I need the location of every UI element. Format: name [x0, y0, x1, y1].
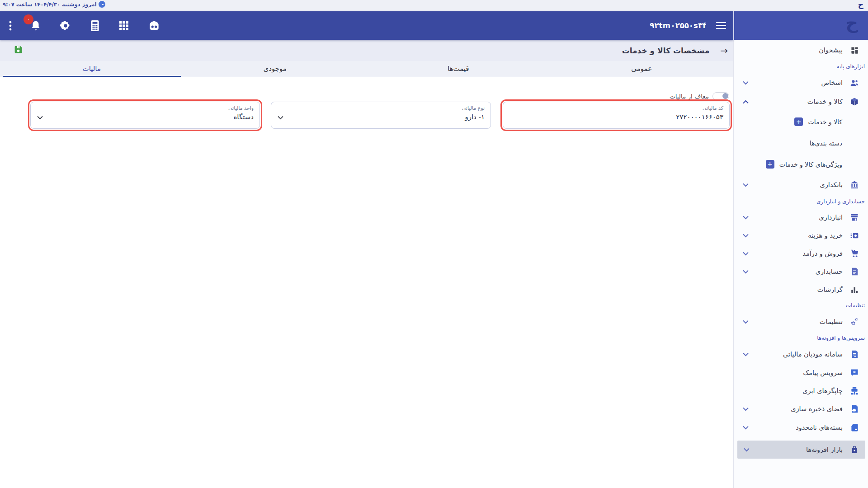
- notifications-bell-icon[interactable]: ۰: [30, 20, 42, 32]
- date-text: امروز دوشنبه ۱۴۰۴/۴/۳۰ ساعت ۹:۰۷: [3, 1, 97, 8]
- bar-chart-icon: [850, 285, 859, 294]
- sidebar-item-addons-market[interactable]: بازار افزونه‌ها: [737, 441, 865, 459]
- box-icon: [850, 97, 859, 106]
- sidebar-item-banking[interactable]: بانکداری: [734, 175, 868, 195]
- kebab-menu-icon[interactable]: [9, 20, 12, 31]
- sidebar-item-cloud-printers[interactable]: چاپگرهای ابری: [734, 382, 868, 400]
- brand-logo-small: ح: [858, 0, 863, 9]
- ledger-icon: [850, 267, 859, 276]
- sms-icon: [850, 368, 859, 377]
- tax-exempt-label: معاف از مالیات: [670, 93, 709, 100]
- main-content: معاف از مالیات کد مالیاتی ۲۷۲۰۰۰۰۱۶۶۰۵۳ …: [0, 77, 733, 488]
- tab-general[interactable]: عمومی: [550, 61, 734, 77]
- sidebar-item-unlimited-packages[interactable]: بسته‌های نامحدود: [734, 418, 868, 437]
- tab-taxes[interactable]: مالیات: [0, 61, 184, 77]
- tax-type-field-wrap: نوع مالیاتی ۱- دارو: [269, 99, 493, 131]
- app-bar: ۰ ۹۲tm۰۲۵۵۰s۳f: [0, 11, 733, 40]
- chevron-down-icon: [743, 407, 749, 411]
- sidebar-header: ح: [733, 11, 868, 40]
- sidebar-item-tax-portal[interactable]: سامانه مودیان مالیاتی: [734, 345, 868, 364]
- chevron-down-icon[interactable]: [37, 113, 43, 122]
- sidebar-subitem-categories[interactable]: دسته بندی‌ها: [734, 132, 868, 154]
- tax-code-value: ۲۷۲۰۰۰۰۱۶۶۰۵۳: [509, 113, 723, 121]
- business-name[interactable]: ۹۲tm۰۲۵۵۰s۳f: [650, 21, 706, 30]
- sidebar-item-goods-services[interactable]: کالا و خدمات: [734, 92, 868, 111]
- tax-unit-value: دستگاه: [47, 113, 254, 121]
- add-attribute-button[interactable]: +: [766, 160, 774, 169]
- tax-unit-label: واحد مالیاتی: [47, 105, 254, 111]
- chevron-down-icon: [743, 352, 749, 357]
- assistant-robot-icon[interactable]: [147, 20, 161, 32]
- sidebar-section-settings: تنظیمات: [734, 299, 868, 312]
- chevron-down-icon[interactable]: [278, 113, 283, 122]
- tax-type-value: ۱- دارو: [288, 113, 485, 121]
- bank-icon: [850, 180, 859, 189]
- clock-icon: [99, 1, 105, 8]
- store-icon: [850, 213, 859, 222]
- top-strip: امروز دوشنبه ۱۴۰۴/۴/۳۰ ساعت ۹:۰۷ ح: [0, 0, 868, 11]
- sidebar: پیشخوان ابزارهای پایه اشخاص کالا و خدمات…: [733, 40, 868, 488]
- chevron-down-icon: [744, 448, 750, 452]
- cloud-printer-icon: [850, 386, 859, 395]
- sidebar-item-purchases-expenses[interactable]: خرید و هزینه: [734, 226, 868, 244]
- tax-unit-field-highlight: واحد مالیاتی دستگاه: [28, 99, 262, 131]
- chevron-down-icon: [743, 252, 749, 256]
- sidebar-item-sales-income[interactable]: فروش و درآمد: [734, 244, 868, 263]
- chevron-down-icon: [743, 320, 749, 324]
- apps-grid-icon[interactable]: [118, 20, 129, 31]
- cart-icon: [850, 249, 859, 258]
- package-icon: [850, 423, 859, 432]
- sidebar-item-persons[interactable]: اشخاص: [734, 73, 868, 92]
- tax-type-select[interactable]: نوع مالیاتی ۱- دارو: [271, 102, 491, 129]
- page-title-bar: مشخصات کالا و خدمات →: [0, 40, 733, 61]
- sidebar-section-services-addons: سرویس‌ها و افزونه‌ها: [734, 331, 868, 345]
- money-icon: [850, 231, 859, 240]
- shopping-bag-icon: [850, 445, 859, 454]
- save-icon[interactable]: [14, 45, 23, 56]
- sidebar-item-sms-service[interactable]: سرویس پیامک: [734, 364, 868, 382]
- tab-bar: عمومی قیمت‌ها موجودی مالیات: [0, 61, 733, 77]
- sidebar-section-accounting-warehousing: حسابداری و انبارداری: [734, 195, 868, 208]
- tab-prices[interactable]: قیمت‌ها: [367, 61, 550, 77]
- page-title: مشخصات کالا و خدمات: [622, 46, 710, 55]
- chevron-down-icon: [743, 216, 749, 220]
- tax-doc-icon: [850, 350, 859, 359]
- tax-code-label: کد مالیاتی: [509, 105, 723, 111]
- calculator-icon[interactable]: [90, 20, 100, 32]
- chevron-down-icon: [743, 183, 749, 187]
- sidebar-item-accounting[interactable]: حسابداری: [734, 263, 868, 281]
- sidebar-item-warehousing[interactable]: انبارداری: [734, 208, 868, 226]
- tax-code-field-highlight: کد مالیاتی ۲۷۲۰۰۰۰۱۶۶۰۵۳: [500, 99, 732, 131]
- date-widget: امروز دوشنبه ۱۴۰۴/۴/۳۰ ساعت ۹:۰۷: [3, 1, 105, 8]
- tax-fields-row: کد مالیاتی ۲۷۲۰۰۰۰۱۶۶۰۵۳ نوع مالیاتی ۱- …: [28, 99, 732, 131]
- sidebar-item-reports[interactable]: گزارشات: [734, 281, 868, 299]
- sidebar-subitem-attributes[interactable]: ویژگی‌های کالا و خدمات +: [734, 154, 868, 175]
- chevron-down-icon: [743, 426, 749, 430]
- sidebar-item-settings[interactable]: تنظیمات: [734, 312, 868, 331]
- sidebar-subitem-goods-services[interactable]: کالا و خدمات +: [734, 111, 868, 132]
- sidebar-section-basic-tools: ابزارهای پایه: [734, 60, 868, 73]
- tax-type-label: نوع مالیاتی: [288, 105, 485, 111]
- chevron-down-icon: [743, 270, 749, 274]
- sidebar-item-storage-space[interactable]: فضای ذخیره سازی: [734, 400, 868, 418]
- brand-logo-large: ح: [846, 13, 858, 33]
- tax-code-input[interactable]: کد مالیاتی ۲۷۲۰۰۰۰۱۶۶۰۵۳: [503, 102, 730, 129]
- tab-inventory[interactable]: موجودی: [184, 61, 367, 77]
- hamburger-menu-icon[interactable]: [716, 22, 726, 29]
- notification-badge: ۰: [24, 14, 33, 24]
- chevron-down-icon: [743, 81, 749, 85]
- tax-unit-select[interactable]: واحد مالیاتی دستگاه: [30, 102, 260, 129]
- back-arrow-icon[interactable]: →: [720, 45, 728, 56]
- people-icon: [850, 78, 859, 87]
- gears-icon: [850, 317, 859, 326]
- dashboard-icon: [850, 46, 859, 55]
- storage-file-icon: [850, 404, 859, 413]
- gear-icon[interactable]: [60, 20, 71, 32]
- add-goods-button[interactable]: +: [794, 117, 803, 126]
- chevron-up-icon: [743, 100, 749, 104]
- sidebar-item-dashboard[interactable]: پیشخوان: [734, 41, 868, 60]
- chevron-down-icon: [743, 234, 749, 238]
